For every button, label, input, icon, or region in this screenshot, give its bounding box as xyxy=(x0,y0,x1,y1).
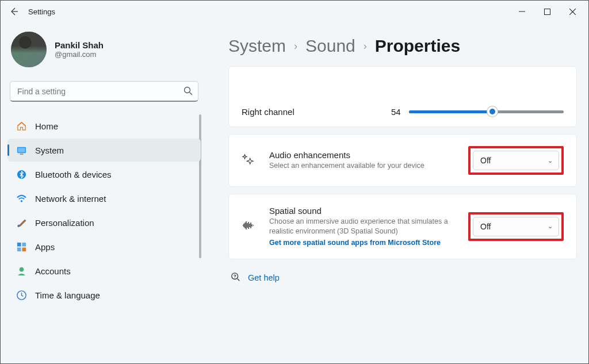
sidebar-item-apps[interactable]: Apps xyxy=(7,235,201,258)
audio-enhancements-dropdown[interactable]: Off ⌄ xyxy=(473,151,559,170)
audio-enhancements-card: Audio enhancements Select an enhancement… xyxy=(228,134,577,187)
search-input[interactable] xyxy=(10,81,198,102)
dropdown-value: Off xyxy=(480,156,491,165)
help-icon xyxy=(231,272,241,284)
get-help-link[interactable]: Get help xyxy=(231,272,577,284)
sidebar-item-label: Personalization xyxy=(35,218,94,228)
chevron-down-icon: ⌄ xyxy=(548,223,553,230)
right-channel-slider[interactable] xyxy=(409,106,564,117)
slider-thumb[interactable] xyxy=(487,106,498,117)
minimize-button[interactable] xyxy=(509,3,534,20)
sound-wave-icon xyxy=(242,220,258,233)
sidebar-item-label: Apps xyxy=(35,242,55,252)
account-icon xyxy=(16,265,27,277)
get-help-label: Get help xyxy=(248,273,280,282)
sidebar-item-system[interactable]: System xyxy=(7,139,201,162)
right-channel-value: 54 xyxy=(391,107,401,117)
apps-icon xyxy=(16,241,27,252)
sidebar-item-label: Time & language xyxy=(35,290,100,300)
spatial-sound-store-link[interactable]: Get more spatial sound apps from Microso… xyxy=(269,239,441,247)
spatial-sound-title: Spatial sound xyxy=(269,206,457,216)
sidebar-item-label: Bluetooth & devices xyxy=(35,170,112,179)
sidebar-item-personalization[interactable]: Personalization xyxy=(7,211,201,234)
svg-point-15 xyxy=(235,278,235,278)
highlight-box: Off ⌄ xyxy=(468,146,564,175)
breadcrumb-system[interactable]: System xyxy=(228,36,286,56)
spatial-sound-dropdown[interactable]: Off ⌄ xyxy=(473,217,559,236)
svg-rect-3 xyxy=(18,148,25,152)
channel-card: Right channel 54 xyxy=(228,66,577,127)
sidebar-item-accounts[interactable]: Accounts xyxy=(7,259,201,282)
spatial-sound-card: Spatial sound Choose an immersive audio … xyxy=(228,194,577,259)
nav-list: Home System Bluetooth & devices Network … xyxy=(7,114,201,306)
bluetooth-icon xyxy=(16,168,27,180)
audio-enhancements-desc: Select an enhancement available for your… xyxy=(269,161,457,171)
search-icon xyxy=(183,86,193,98)
profile-email: @gmail.com xyxy=(55,50,104,59)
slider-fill xyxy=(409,110,492,113)
maximize-button[interactable] xyxy=(534,3,560,20)
avatar xyxy=(11,32,47,67)
sidebar-item-label: System xyxy=(35,145,64,155)
sidebar-item-home[interactable]: Home xyxy=(7,114,201,137)
close-icon xyxy=(569,9,576,15)
dropdown-value: Off xyxy=(480,222,491,231)
clock-globe-icon xyxy=(16,289,27,301)
chevron-down-icon: ⌄ xyxy=(548,157,553,164)
brush-icon xyxy=(16,217,27,228)
svg-point-7 xyxy=(17,224,20,227)
highlight-box: Off ⌄ xyxy=(468,212,564,241)
svg-rect-11 xyxy=(22,247,26,251)
breadcrumb: System › Sound › Properties xyxy=(228,36,577,56)
chevron-right-icon: › xyxy=(364,40,367,52)
sparkle-icon xyxy=(242,153,258,168)
back-button[interactable] xyxy=(4,2,24,21)
maximize-icon xyxy=(544,9,550,15)
chevron-right-icon: › xyxy=(294,40,297,52)
svg-rect-0 xyxy=(544,9,550,14)
window-title: Settings xyxy=(28,7,55,16)
system-icon xyxy=(16,144,27,156)
sidebar-item-label: Accounts xyxy=(35,266,71,276)
content-area: System › Sound › Properties Right channe… xyxy=(208,22,588,363)
svg-point-1 xyxy=(185,87,190,93)
svg-point-6 xyxy=(20,200,22,202)
sidebar-item-label: Home xyxy=(35,121,58,131)
profile-name: Pankil Shah xyxy=(55,40,104,50)
search-box[interactable] xyxy=(10,81,198,102)
svg-rect-9 xyxy=(22,242,26,246)
breadcrumb-sound[interactable]: Sound xyxy=(305,36,355,56)
sidebar-item-bluetooth[interactable]: Bluetooth & devices xyxy=(7,163,201,186)
svg-rect-8 xyxy=(17,242,21,246)
breadcrumb-current: Properties xyxy=(375,36,460,56)
profile[interactable]: Pankil Shah @gmail.com xyxy=(7,27,201,76)
home-icon xyxy=(16,120,27,132)
svg-point-12 xyxy=(19,267,24,271)
audio-enhancements-title: Audio enhancements xyxy=(269,150,457,160)
sidebar-item-label: Network & internet xyxy=(35,194,106,204)
sidebar-item-time-language[interactable]: Time & language xyxy=(7,283,201,306)
titlebar: Settings xyxy=(1,1,588,22)
arrow-left-icon xyxy=(9,7,18,16)
right-channel-label: Right channel xyxy=(242,107,391,117)
sidebar-item-network[interactable]: Network & internet xyxy=(7,187,201,210)
spatial-sound-desc: Choose an immersive audio experience tha… xyxy=(269,217,457,236)
svg-rect-10 xyxy=(17,247,21,251)
svg-rect-4 xyxy=(20,154,23,155)
close-button[interactable] xyxy=(560,3,585,20)
sidebar: Pankil Shah @gmail.com Home System Bluet… xyxy=(1,22,208,363)
wifi-icon xyxy=(16,193,27,204)
minimize-icon xyxy=(519,9,525,15)
